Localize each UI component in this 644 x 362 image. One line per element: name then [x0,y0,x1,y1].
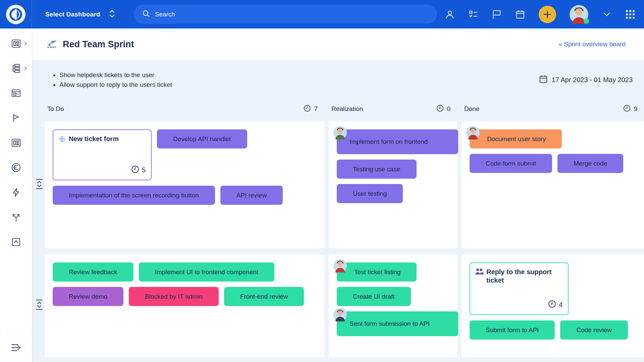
card-label: Code review [576,326,612,334]
kanban-card[interactable]: Merge code [557,154,623,173]
left-sidebar [0,28,32,362]
kanban-card[interactable]: Review demo [53,287,123,306]
card-label: Testing use case [353,166,400,173]
lane-cell-todo: New ticket form5Develop API handlerImple… [45,121,324,248]
sidebar-item-workflow[interactable] [0,205,32,230]
lane-cell-realization: Test ticket listingCreate UI draftSent f… [329,254,457,357]
globe-icon [58,135,66,145]
sidebar-item-boards[interactable] [0,32,32,57]
chevron-updown-icon [109,9,115,19]
card-label: Review demo [69,293,107,300]
app-logo[interactable] [0,0,32,28]
flag-icon[interactable] [492,9,502,19]
kanban-card[interactable]: Blocked by IT admin [129,287,219,306]
column-hours: 0 [447,105,450,113]
kanban-card[interactable]: Test ticket listing [337,262,417,282]
kanban-card[interactable]: Sent form submission to API [337,311,458,336]
card-label: Implement UI to frontend component [155,268,258,276]
card-row: Testing use case [337,160,417,179]
collapse-lane-handle[interactable] [35,299,43,310]
kanban-card[interactable]: Front-end review [224,287,304,306]
clock-icon [548,300,556,310]
clock-icon [304,105,311,114]
card-label: Implement form on frontend [350,137,428,146]
kanban-card[interactable]: Code review [560,320,628,340]
kanban-card[interactable]: Review feedback [53,262,133,282]
people-icon [475,268,484,277]
lane-cell-done: Reply to the support ticket4Submit form … [462,254,644,357]
card-row: Document user story [470,129,562,148]
page-title: Red Team Sprint [47,38,134,51]
chevron-right-icon [24,41,27,47]
euro-icon [11,162,21,174]
card-row: Review demoBlocked by IT adminFront-end … [53,287,304,306]
kanban-card[interactable]: Implement UI to frontend component [139,262,274,282]
sidebar-item-budgets[interactable] [0,156,32,181]
column-hours: 7 [314,105,318,113]
calendar-icon[interactable] [515,9,525,19]
add-button[interactable] [539,6,556,23]
card-row: Sent form submission to API [337,311,458,336]
expand-sidebar-button[interactable] [0,339,32,357]
kanban-icon [11,38,21,50]
apps-grid-icon[interactable] [625,9,635,19]
kanban-card[interactable]: Reply to the support ticket4 [470,262,569,315]
column-header-done: Done 9 [462,105,644,114]
sprint-date-range[interactable]: 17 Apr 2023 - 01 May 2023 [539,75,633,85]
card-row: User testing [337,184,403,203]
date-range-text: 17 Apr 2023 - 01 May 2023 [552,76,633,84]
column-header-realization: Realization 0 [329,105,457,114]
lane-cell-done: Document user storyCode form submitMerge… [462,121,644,248]
dashboard-selector-label: Select Dashboard [45,11,100,18]
kanban-card[interactable]: Develop API handler [157,129,247,148]
column-name: To Do [47,105,64,113]
sidebar-item-tree[interactable] [0,57,32,81]
user-icon[interactable] [445,9,455,19]
card-row: Implementation of the screen recording b… [53,186,283,205]
expand-sidebar-icon [10,343,22,353]
chevron-down-icon[interactable] [602,9,612,19]
card-label: Sent form submission to API [350,319,430,328]
kanban-card[interactable]: Implement form on frontend [337,129,458,154]
card-title: New ticket form [58,135,146,145]
search-input[interactable] [155,11,428,18]
column-name: Realization [331,105,363,113]
kanban-card[interactable]: New ticket form5 [53,129,152,180]
kanban-card[interactable]: Testing use case [337,160,417,179]
card-label: Create UI draft [353,293,395,300]
box-up-icon [11,237,21,248]
sidebar-item-upload[interactable] [0,230,32,255]
sidebar-item-quick[interactable] [0,181,32,205]
lane-cell-realization: Implement form on frontendTesting use ca… [329,121,457,248]
card-hours: 5 [131,165,146,175]
sidebar-item-dashboards[interactable] [0,131,32,156]
sprint-goal: Show helpdesk tickets to the user [59,71,172,79]
lane-cell-todo: Review feedbackImplement UI to frontend … [45,254,324,357]
sidebar-item-pages[interactable] [0,81,32,106]
card-label: Implementation of the screen recording b… [69,192,199,199]
collapse-lane-handle[interactable] [35,178,43,190]
sprint-overview-link[interactable]: « Sprint overview board [558,41,626,48]
dashboard-selector[interactable]: Select Dashboard [45,9,115,19]
kanban-card[interactable]: Document user story [470,129,562,148]
lightning-icon [11,187,21,199]
page-title-text: Red Team Sprint [63,39,134,50]
tasks-icon[interactable] [468,9,478,19]
swimlane-2: Review feedbackImplement UI to frontend … [45,254,644,357]
sidebar-item-milestones[interactable] [0,106,32,131]
search-bar[interactable] [133,5,437,24]
card-label: Merge code [574,160,607,167]
kanban-card[interactable]: Create UI draft [337,287,411,306]
sprint-goal: Allow support to reply to the users tick… [59,81,172,88]
kanban-card[interactable]: API review [220,186,283,205]
user-avatar[interactable] [570,5,588,24]
browser-icon [11,88,21,100]
kanban-card[interactable]: User testing [337,184,403,203]
kanban-card[interactable]: Code form submit [470,154,552,173]
assignee-avatar [333,126,347,139]
airplane-departure-icon [47,38,58,51]
kanban-card[interactable]: Implementation of the screen recording b… [53,186,215,205]
kanban-card[interactable]: Submit form to API [470,320,555,340]
card-label: Develop API handler [173,135,231,143]
card-row: Submit form to APICode review [470,320,628,340]
